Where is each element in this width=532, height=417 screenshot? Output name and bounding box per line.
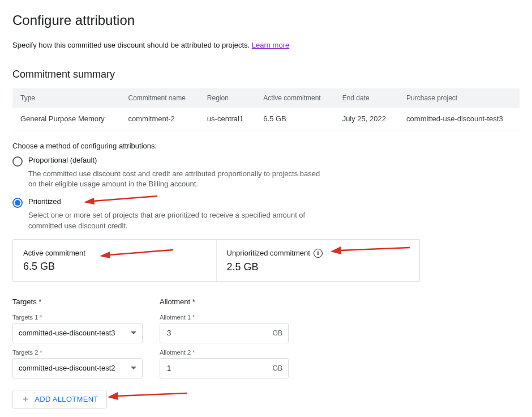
commitment-summary-heading: Commitment summary (12, 69, 520, 83)
target-2-select[interactable]: committed-use-discount-test2 (12, 358, 143, 378)
page-title: Configure attribution (12, 12, 520, 28)
annotation-arrow (108, 388, 187, 401)
targets-heading: Targets * (12, 297, 143, 306)
col-region: Region (199, 88, 255, 108)
allotment-1-label: Allotment 1 * (160, 314, 289, 321)
col-project: Purchase project (398, 88, 520, 108)
col-type: Type (12, 88, 121, 108)
allotment-heading: Allotment * (160, 297, 289, 306)
allotment-1-input-wrap: GB (160, 323, 289, 343)
col-name: Commitment name (121, 88, 199, 108)
radio-prioritized[interactable] (12, 198, 23, 208)
radio-proportional-sub: The committed use discount cost and cred… (28, 169, 323, 189)
commitment-card: Active commitment 6.5 GB Unprioritized c… (12, 239, 420, 282)
radio-prioritized-sub: Select one or more set of projects that … (28, 210, 323, 231)
radio-proportional-label[interactable]: Proportional (default) (28, 156, 97, 167)
chevron-down-icon (131, 367, 136, 369)
target-1-select[interactable]: committed-use-discount-test3 (12, 323, 143, 343)
allotment-2-input-wrap: GB (160, 358, 289, 378)
add-allotment-button[interactable]: ＋ ADD ALLOTMENT (12, 390, 107, 409)
target-1-label: Targets 1 * (12, 314, 143, 321)
target-2-label: Targets 2 * (12, 349, 143, 356)
active-commitment-value: 6.5 GB (23, 261, 206, 273)
radio-prioritized-label[interactable]: Prioritized (28, 197, 61, 208)
commitment-summary-table: Type Commitment name Region Active commi… (12, 88, 520, 130)
unprioritized-commitment-value: 2.5 GB (227, 261, 410, 273)
method-heading: Choose a method of configuring attributi… (12, 142, 520, 150)
chevron-down-icon (131, 331, 136, 334)
allotment-2-input[interactable] (166, 363, 273, 373)
allotment-2-label: Allotment 2 * (160, 349, 289, 356)
col-end: End date (334, 88, 398, 108)
page-description: Specify how this committed use discount … (12, 41, 520, 49)
unit-label: GB (273, 329, 282, 337)
unprioritized-commitment-label: Unprioritized commitment (227, 249, 310, 257)
col-active: Active commitment (255, 88, 334, 108)
info-icon[interactable]: i (314, 249, 323, 258)
svg-marker-7 (108, 392, 118, 400)
allotment-1-input[interactable] (166, 328, 273, 338)
radio-proportional[interactable] (12, 156, 23, 167)
table-row: General Purpose Memory commitment-2 us-c… (12, 108, 520, 130)
svg-line-6 (117, 393, 187, 396)
learn-more-link[interactable]: Learn more (252, 41, 289, 49)
unit-label: GB (273, 364, 282, 372)
active-commitment-label: Active commitment (23, 249, 206, 257)
